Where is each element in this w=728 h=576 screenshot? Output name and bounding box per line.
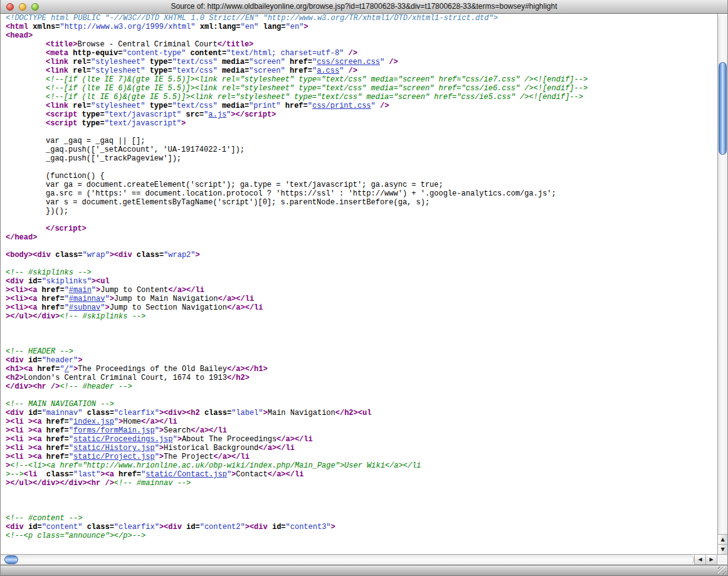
code-token: </a></h1> — [227, 365, 268, 374]
code-token: ></ul></div> — [6, 312, 60, 321]
code-token: xmlns= — [28, 23, 60, 31]
code-token: class= — [51, 251, 82, 259]
horizontal-scrollbar-thumb[interactable] — [4, 555, 18, 564]
code-token: href= — [42, 444, 69, 453]
code-token: lang= — [258, 23, 285, 31]
source-link[interactable]: a.js — [208, 110, 226, 119]
code-token: <!DOCTYPE html PUBLIC "-//W3C//DTD XHTML… — [6, 14, 498, 23]
content-area: <!DOCTYPE html PUBLIC "-//W3C//DTD XHTML… — [1, 14, 727, 554]
code-token: var _gaq = _gaq || []; — [46, 137, 145, 145]
minimize-button[interactable] — [19, 3, 26, 11]
source-link[interactable]: #mainnav — [69, 295, 105, 303]
code-token: " — [69, 417, 73, 426]
source-link[interactable]: static/Proceedings.jsp — [73, 435, 172, 444]
code-token: type= — [145, 58, 172, 66]
code-token: "text/css" — [172, 66, 218, 75]
code-token: > — [159, 453, 164, 461]
code-token: " — [65, 303, 69, 312]
source-line — [6, 163, 717, 172]
source-line: _gaq.push(['_trackPageview']); — [6, 154, 717, 163]
source-link[interactable]: / — [65, 365, 69, 374]
source-line: var s = document.getElementsByTagName('s… — [6, 198, 717, 207]
code-token: ><li><a — [6, 286, 37, 295]
code-token: " — [155, 444, 159, 453]
code-token: " — [69, 365, 73, 374]
source-link[interactable]: index.jsp — [73, 417, 114, 426]
source-link[interactable]: #main — [69, 286, 92, 295]
code-token: </a></li — [191, 426, 227, 435]
code-token: })(); — [46, 207, 68, 216]
title-bar[interactable]: Source of: http://www.oldbaileyonline.or… — [1, 0, 727, 14]
source-line: ><li ><a href="static/History.jsp">Histo… — [6, 444, 717, 453]
code-token: <h1><a — [6, 365, 33, 374]
source-link[interactable]: css/print.css — [312, 102, 371, 110]
code-token: <title> — [46, 40, 77, 49]
window-title: Source of: http://www.oldbaileyonline.or… — [1, 0, 727, 13]
code-token: "stylesheet" — [91, 58, 145, 66]
zoom-button[interactable] — [31, 3, 39, 11]
source-line: <!DOCTYPE html PUBLIC "-//W3C//DTD XHTML… — [6, 14, 717, 23]
scroll-down-icon[interactable]: ▼ — [718, 544, 727, 554]
code-token: <h2> — [6, 374, 24, 382]
source-line: ><li><a href="#mainnav">Jump to Main Nav… — [6, 295, 717, 303]
source-code-view[interactable]: <!DOCTYPE html PUBLIC "-//W3C//DTD XHTML… — [1, 14, 717, 554]
vertical-scrollbar-track[interactable] — [718, 14, 727, 534]
scroll-up-icon[interactable]: ▲ — [718, 534, 727, 544]
source-link[interactable]: #subnav — [69, 303, 100, 312]
code-token: </script> — [46, 224, 87, 233]
source-link[interactable]: static/Project.jsp — [73, 453, 155, 461]
code-token: > — [181, 119, 186, 128]
source-link[interactable]: css/screen.css — [317, 58, 380, 66]
source-line: <!--[if (lte IE 6)&(gte IE 5.5)]><link r… — [6, 84, 717, 93]
source-line: <h2>London's Central Criminal Court, 167… — [6, 374, 717, 382]
source-link[interactable]: static/History.jsp — [73, 444, 155, 453]
vertical-scrollbar[interactable]: ▲ ▼ — [717, 14, 727, 554]
code-token: ><div><h2 — [159, 409, 200, 417]
code-token: " — [155, 453, 159, 461]
code-token: ga.src = ('https:' == document.location.… — [46, 189, 556, 198]
code-token: ><li ><a — [6, 453, 42, 461]
code-token: " — [105, 295, 109, 303]
code-token: "text/css" — [172, 58, 218, 66]
code-token: "clearfix" — [114, 409, 159, 417]
code-token: rel= — [68, 58, 91, 66]
code-token: class= — [82, 523, 113, 531]
code-token: ><div — [110, 251, 132, 259]
code-token: id= — [24, 356, 42, 365]
code-token: "stylesheet" — [91, 66, 145, 75]
source-line: <link rel="stylesheet" type="text/css" m… — [6, 102, 717, 110]
horizontal-scrollbar-track[interactable] — [1, 555, 694, 565]
code-token: id= — [268, 523, 286, 531]
code-token: <!--[if (lte IE 6)&(gte IE 5.5)]><link r… — [46, 84, 588, 93]
source-line — [6, 128, 717, 137]
source-link[interactable]: a.css — [317, 66, 339, 75]
code-token: "skiplinks" — [42, 277, 92, 286]
code-token: > — [105, 303, 109, 312]
code-token: ><li><a — [6, 295, 37, 303]
code-token: <html — [6, 23, 28, 31]
status-bar — [1, 565, 727, 576]
scroll-right-icon[interactable]: ▶ — [705, 555, 717, 565]
code-token: <meta — [46, 49, 68, 58]
code-token: id= — [182, 523, 200, 531]
source-line — [6, 496, 717, 505]
close-button[interactable] — [6, 3, 14, 11]
code-token: type= — [77, 110, 104, 119]
scrollbar-corner — [717, 555, 727, 565]
code-token: <script — [46, 119, 77, 128]
code-token: <script — [46, 110, 77, 119]
code-token: > — [159, 426, 164, 435]
code-token: /> — [344, 66, 357, 75]
vertical-scrollbar-thumb[interactable] — [719, 62, 727, 155]
code-token: <!--<p class="announce"></p>--> — [6, 531, 145, 540]
code-token: <div — [6, 356, 24, 365]
code-token: </a></li — [227, 303, 263, 312]
source-link[interactable]: static/Contact.jsp — [145, 470, 227, 479]
code-token: "content3" — [286, 523, 331, 531]
source-link[interactable]: forms/formMain.jsp — [73, 426, 155, 435]
scroll-left-icon[interactable]: ◀ — [694, 555, 705, 565]
code-token: ><li><a — [6, 303, 37, 312]
resize-grip-icon[interactable] — [718, 567, 726, 575]
code-token: href= — [37, 303, 64, 312]
source-line: ></ul></div></div><hr /><!-- #mainnav --… — [6, 479, 717, 488]
